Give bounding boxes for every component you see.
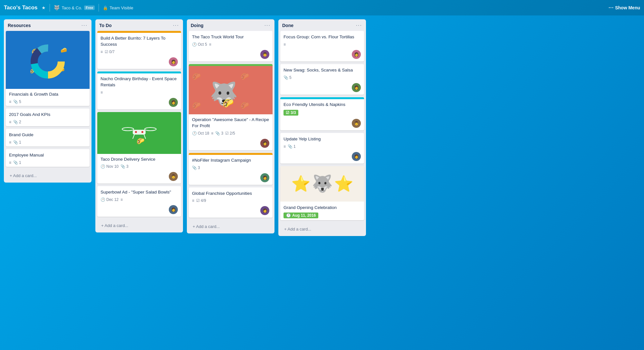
column-title-todo: To Do (99, 23, 112, 28)
card-content-utensils: Eco Friendly Utensils & Napkins ☑ 3/3 (280, 99, 364, 118)
star-left-icon: ⭐ (291, 175, 311, 193)
lock-icon: 🔒 (103, 5, 108, 10)
svg-point-16 (141, 131, 143, 133)
card-utensils[interactable]: Eco Friendly Utensils & Napkins ☑ 3/3 👨 (280, 97, 364, 130)
card-content-superbowl: Superbowl Ad - "Super Salad Bowls" 🕐 Dec… (97, 186, 181, 204)
card-meta-grandopening: 🕐 Aug 11, 2016 (284, 213, 361, 218)
date-val-tacotruck: Oct 5 (198, 42, 207, 47)
add-card-done[interactable]: + Add a card... (280, 224, 364, 234)
add-card-doing[interactable]: + Add a card... (189, 222, 273, 232)
svg-point-11 (145, 128, 156, 131)
column-cards-resources: 🌮 🧀 🌮 🧀 Financials & Growth Data (4, 31, 91, 169)
star-icon[interactable]: ★ (42, 5, 46, 10)
show-menu-button[interactable]: ··· Show Menu (609, 5, 640, 11)
card-content-focusgroup: Focus Group: Corn vs. Flour Tortillas ≡ (280, 31, 364, 49)
card-employee[interactable]: Employee Manual ≡ 📎 1 (6, 149, 90, 167)
card-grandopening[interactable]: ⭐ 🐺 ⭐ Grand Opening Celebration 🕐 Aug 11… (280, 166, 364, 221)
attach-brand: 📎 1 (13, 140, 21, 145)
card-title-financials: Financials & Growth Data (9, 91, 86, 98)
add-card-resources[interactable]: + Add a card... (6, 171, 90, 181)
card-burrito[interactable]: Build A Better Burrito: 7 Layers To Succ… (97, 31, 181, 69)
card-financials[interactable]: 🌮 🧀 🌮 🧀 Financials & Growth Data (6, 31, 90, 106)
desc-icon-goals: ≡ (9, 120, 11, 124)
card-title-drone: Taco Drone Delivery Service (101, 156, 178, 163)
awesomesauce-image: 🌮 🌮 🌮 🌮 🐺 🌮 (189, 66, 273, 114)
avatar-tacotruck: 👨 (260, 50, 269, 59)
checklist-burrito: ☑ 0/7 (105, 50, 115, 54)
checklist-badge-utensils: ☑ 3/3 (284, 110, 298, 116)
checklist-badge-val: 3/3 (291, 110, 296, 115)
svg-text:🧀: 🧀 (61, 47, 67, 53)
column-menu-icon-done[interactable]: ··· (356, 23, 362, 28)
svg-text:🌮: 🌮 (223, 98, 234, 109)
card-title-utensils: Eco Friendly Utensils & Napkins (284, 102, 361, 108)
date-awesomesauce: 🕐 Oct 18 (192, 131, 209, 136)
attach-num-brand: 1 (19, 140, 21, 145)
column-menu-icon-todo[interactable]: ··· (173, 23, 179, 28)
card-goals[interactable]: 2017 Goals And KPIs ≡ 📎 2 (6, 109, 90, 126)
column-todo: To Do ··· Build A Better Burrito: 7 Laye… (95, 19, 183, 232)
svg-rect-9 (133, 130, 146, 135)
divider2 (99, 4, 99, 12)
visibility-selector[interactable]: 🔒 Team Visible (103, 5, 133, 10)
column-title-doing: Doing (191, 23, 204, 28)
card-instagram[interactable]: #NoFiller Instagram Campaign 📎 3 👩 (189, 153, 273, 185)
card-birthday[interactable]: Nacho Ordinary Birthday - Event Space Re… (97, 71, 181, 109)
card-meta-employee: ≡ 📎 1 (9, 160, 86, 165)
card-meta-swag: 📎 5 (284, 75, 361, 80)
checklist-badge-icon: ☑ (286, 110, 289, 115)
card-drone[interactable]: 🌮 Taco Drone Delivery Service 🕐 Nov 10 (97, 112, 181, 184)
column-header-resources: Resources ··· (4, 19, 91, 31)
svg-text:🌮: 🌮 (192, 101, 201, 110)
card-focusgroup[interactable]: Focus Group: Corn vs. Flour Tortillas ≡ … (280, 31, 364, 61)
app-header: Taco's Tacos ★ 🐺 Taco & Co. Free 🔒 Team … (0, 0, 644, 15)
date-val-awesomesauce: Oct 18 (198, 131, 209, 136)
card-tacotruck[interactable]: The Taco Truck World Tour 🕐 Oct 5 ≡ 👨 (189, 31, 273, 61)
avatar-focusgroup: 👩 (352, 50, 361, 59)
card-title-brand: Brand Guide (9, 132, 86, 138)
card-title-yelp: Update Yelp Listing (284, 136, 361, 142)
paperclip-icon-goals: 📎 (13, 120, 18, 124)
checklist-val-burrito: 0/7 (109, 50, 115, 54)
svg-text:🌮: 🌮 (240, 101, 249, 110)
card-brand[interactable]: Brand Guide ≡ 📎 1 (6, 129, 90, 147)
avatar-drone: 👨 (169, 172, 178, 181)
card-meta-goals: ≡ 📎 2 (9, 120, 86, 124)
card-swag[interactable]: New Swag: Socks, Scarves & Salsa 📎 5 👩 (280, 64, 364, 95)
avatar-birthday: 👩 (169, 98, 178, 107)
card-footer-franchise: 👩 (189, 205, 273, 218)
attach-num-yelp: 1 (293, 144, 296, 149)
card-title-birthday: Nacho Ordinary Birthday - Event Space Re… (101, 76, 178, 88)
card-content-yelp: Update Yelp Listing ≡ 📎 1 (280, 133, 364, 151)
attach-employee: 📎 1 (13, 160, 21, 165)
card-meta-financials: ≡ 📎 5 (9, 99, 86, 104)
card-meta-burrito: ≡ ☑ 0/7 (101, 50, 178, 54)
card-title-burrito: Build A Better Burrito: 7 Layers To Succ… (101, 35, 178, 48)
column-menu-icon-resources[interactable]: ··· (82, 23, 88, 28)
card-yelp[interactable]: Update Yelp Listing ≡ 📎 1 👩 (280, 133, 364, 164)
attach-num-employee: 1 (19, 160, 21, 165)
card-footer-burrito: 👩 (97, 57, 181, 69)
clock-icon-grandopening: 🕐 (286, 213, 291, 218)
paperclip-icon-employee: 📎 (13, 160, 18, 165)
column-header-doing: Doing ··· (187, 19, 274, 31)
column-menu-icon-doing[interactable]: ··· (264, 23, 271, 28)
team-selector[interactable]: 🐺 Taco & Co. Free (54, 5, 95, 11)
card-title-tacotruck: The Taco Truck World Tour (192, 34, 269, 40)
card-meta-instagram: 📎 3 (192, 166, 269, 170)
avatar-awesomesauce: 👩 (260, 139, 269, 148)
card-title-swag: New Swag: Socks, Scarves & Salsa (284, 67, 361, 73)
card-awesomesauce[interactable]: 🌮 🌮 🌮 🌮 🐺 🌮 Operation "Awesome Sauce" - … (189, 64, 273, 150)
svg-point-15 (135, 131, 137, 133)
board: Resources ··· 🌮 🧀 🌮 🧀 (0, 15, 644, 350)
card-footer-birthday: 👩 (97, 97, 181, 109)
card-meta-drone: 🕐 Nov 10 📎 3 (101, 164, 178, 169)
column-cards-todo: Build A Better Burrito: 7 Layers To Succ… (95, 31, 183, 219)
card-footer-superbowl: 👩 (97, 204, 181, 217)
card-meta-focusgroup: ≡ (284, 42, 361, 47)
date-tacotruck: 🕐 Oct 5 (192, 42, 207, 47)
card-superbowl[interactable]: Superbowl Ad - "Super Salad Bowls" 🕐 Dec… (97, 186, 181, 217)
desc-icon: ≡ (9, 99, 11, 104)
card-franchise[interactable]: Global Franchise Opportunities ≡ ☑ 4/9 👩 (189, 187, 273, 218)
add-card-todo[interactable]: + Add a card... (97, 221, 181, 231)
